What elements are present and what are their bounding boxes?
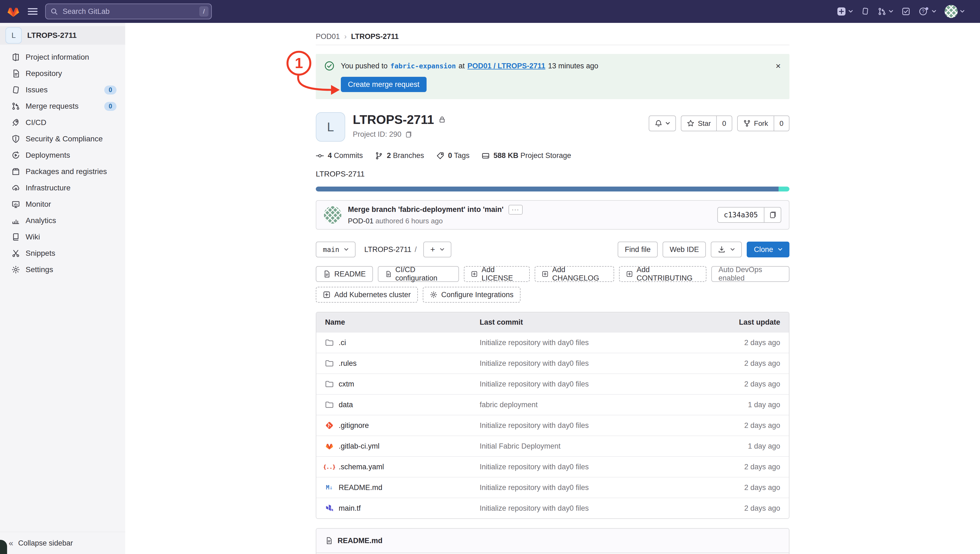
branch-name-link[interactable]: fabric-expansion <box>390 62 456 70</box>
plus-square-icon <box>626 270 633 278</box>
file-commit-link[interactable]: fabric deployment <box>480 401 707 409</box>
language-segment-primary <box>316 187 778 192</box>
clone-button[interactable]: Clone <box>747 242 789 257</box>
gitlab-logo-icon[interactable] <box>6 5 20 18</box>
web-ide-button[interactable]: Web IDE <box>663 242 706 257</box>
breadcrumb: POD01 › LTROPS-2711 <box>316 28 789 45</box>
commit-expand-button[interactable]: ··· <box>509 205 523 215</box>
sidebar-item-snippets[interactable]: Snippets <box>0 245 125 262</box>
folder-icon <box>325 359 334 368</box>
todos-nav-button[interactable] <box>902 7 910 16</box>
merge-requests-nav-button[interactable] <box>878 7 893 16</box>
sidebar-item-packages-registries[interactable]: Packages and registries <box>0 163 125 180</box>
file-name-link[interactable]: .gitlab-ci.yml <box>339 442 379 450</box>
copy-sha-button[interactable] <box>764 207 781 223</box>
search-input[interactable] <box>62 7 196 16</box>
hamburger-menu-icon[interactable] <box>28 8 38 15</box>
file-commit-link[interactable]: Initialize repository with day0 files <box>480 463 707 471</box>
readme-button[interactable]: README <box>316 266 373 282</box>
cicd-configuration-button[interactable]: CI/CD configuration <box>378 266 459 282</box>
sidebar-item-wiki[interactable]: Wiki <box>0 229 125 245</box>
sidebar-item-merge-requests[interactable]: Merge requests 0 <box>0 98 125 114</box>
breadcrumb-group-link[interactable]: POD01 <box>316 32 340 41</box>
breadcrumb-project-link[interactable]: LTROPS-2711 <box>351 32 399 41</box>
star-button[interactable]: Star 0 <box>681 115 732 131</box>
file-table-header: Name Last commit Last update <box>316 312 789 332</box>
sidebar-item-settings[interactable]: Settings <box>0 262 125 278</box>
sidebar-item-issues[interactable]: Issues 0 <box>0 82 125 98</box>
auto-devops-enabled-button[interactable]: Auto DevOps enabled <box>711 266 789 282</box>
file-updated: 2 days ago <box>707 380 789 388</box>
commit-message-link[interactable]: Merge branch 'fabric-deployment' into 'm… <box>348 205 504 214</box>
navbar-actions: ? <box>837 5 965 18</box>
file-commit-link[interactable]: Initial Fabric Deployment <box>480 442 707 450</box>
file-commit-link[interactable]: Initialize repository with day0 files <box>480 484 707 492</box>
sidebar-item-monitor[interactable]: Monitor <box>0 196 125 212</box>
git-icon <box>325 421 334 429</box>
check-circle-icon <box>325 61 334 71</box>
sidebar-item-deployments[interactable]: Deployments <box>0 147 125 163</box>
file-name-link[interactable]: .gitignore <box>339 421 369 430</box>
file-commit-link[interactable]: Initialize repository with day0 files <box>480 504 707 512</box>
sidebar-project-header[interactable]: L LTROPS-2711 <box>0 26 125 45</box>
commit-author[interactable]: POD-01 <box>348 217 374 225</box>
find-file-button[interactable]: Find file <box>618 242 658 257</box>
table-row: {..}.schema.yaml Initialize repository w… <box>316 456 789 477</box>
add-contributing-button[interactable]: Add CONTRIBUTING <box>619 266 706 282</box>
readme-header[interactable]: README.md <box>316 528 789 553</box>
fork-count[interactable]: 0 <box>774 116 789 131</box>
issues-count-badge: 0 <box>104 86 116 94</box>
file-name-link[interactable]: main.tf <box>339 504 361 512</box>
file-updated: 1 day ago <box>707 442 789 450</box>
download-button[interactable] <box>711 242 742 257</box>
commit-author-avatar[interactable] <box>324 206 341 224</box>
file-name-link[interactable]: .ci <box>339 338 346 347</box>
branches-stat[interactable]: 2 Branches <box>375 152 424 160</box>
tags-stat[interactable]: 0 Tags <box>436 152 469 160</box>
file-name-link[interactable]: data <box>339 401 353 409</box>
commits-stat[interactable]: 4 Commits <box>316 152 363 160</box>
sidebar-item-project-information[interactable]: Project information <box>0 49 125 65</box>
add-license-button[interactable]: Add LICENSE <box>464 266 530 282</box>
add-changelog-button[interactable]: Add CHANGELOG <box>535 266 614 282</box>
sidebar-item-security-compliance[interactable]: Security & Compliance <box>0 131 125 147</box>
sidebar-item-cicd[interactable]: CI/CD <box>0 114 125 131</box>
file-name-link[interactable]: README.md <box>339 484 382 492</box>
add-kubernetes-cluster-button[interactable]: Add Kubernetes cluster <box>316 287 418 303</box>
file-commit-link[interactable]: Initialize repository with day0 files <box>480 421 707 430</box>
branch-selector[interactable]: main <box>316 242 356 257</box>
notifications-button[interactable] <box>649 115 676 131</box>
star-count[interactable]: 0 <box>716 116 732 131</box>
collapse-sidebar-button[interactable]: « Collapse sidebar <box>0 532 125 554</box>
file-commit-link[interactable]: Initialize repository with day0 files <box>480 359 707 368</box>
table-row: data fabric deployment 1 day ago <box>316 394 789 415</box>
create-merge-request-button[interactable]: Create merge request <box>341 77 426 92</box>
sidebar-item-infrastructure[interactable]: Infrastructure <box>0 180 125 196</box>
file-name-link[interactable]: cxtm <box>339 380 354 388</box>
package-icon <box>11 167 20 176</box>
last-commit-card: Merge branch 'fabric-deployment' into 'm… <box>316 200 789 230</box>
file-name-link[interactable]: .schema.yaml <box>339 463 384 471</box>
book-open-icon <box>11 233 20 241</box>
close-icon[interactable]: × <box>776 62 781 70</box>
sidebar-item-analytics[interactable]: Analytics <box>0 212 125 229</box>
storage-stat[interactable]: 588 KB Project Storage <box>482 152 571 160</box>
file-commit-link[interactable]: Initialize repository with day0 files <box>480 338 707 347</box>
file-name-link[interactable]: .rules <box>339 359 356 368</box>
language-bar[interactable] <box>316 187 789 192</box>
help-menu-button[interactable]: ? <box>918 6 937 16</box>
sidebar-item-repository[interactable]: Repository <box>0 65 125 82</box>
file-icon <box>325 536 332 545</box>
issues-nav-button[interactable] <box>861 7 869 16</box>
new-menu-button[interactable] <box>837 7 853 16</box>
deploy-icon <box>11 151 20 160</box>
add-file-dropdown[interactable]: + <box>423 242 452 257</box>
sidebar-project-name: LTROPS-2711 <box>27 31 77 40</box>
file-commit-link[interactable]: Initialize repository with day0 files <box>480 380 707 388</box>
copy-id-icon[interactable] <box>405 131 412 138</box>
alert-project-link[interactable]: POD01 / LTROPS-2711 <box>468 62 545 70</box>
fork-button[interactable]: Fork 0 <box>737 115 789 131</box>
configure-integrations-button[interactable]: Configure Integrations <box>423 287 521 303</box>
user-menu-button[interactable] <box>945 5 965 18</box>
search-box[interactable]: / <box>45 3 212 19</box>
